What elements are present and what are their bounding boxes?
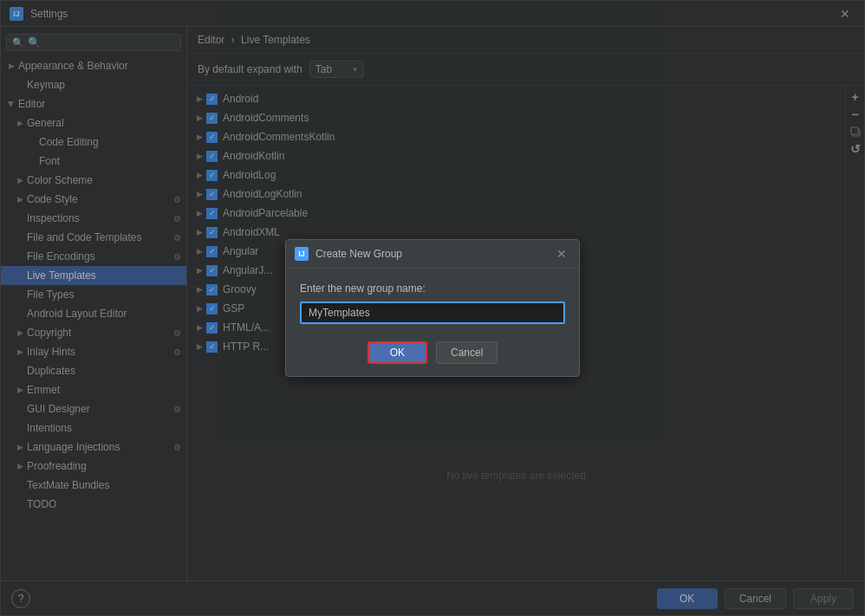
- dialog-cancel-button[interactable]: Cancel: [436, 341, 498, 364]
- dialog-close-button[interactable]: ✕: [553, 247, 570, 261]
- group-name-input[interactable]: [300, 302, 565, 324]
- dialog-body: Enter the new group name:: [286, 269, 579, 334]
- dialog-label: Enter the new group name:: [300, 282, 565, 295]
- dialog-icon: IJ: [295, 247, 309, 261]
- dialog-title: Create New Group: [315, 248, 553, 260]
- dialog-ok-button[interactable]: OK: [367, 341, 427, 364]
- create-group-dialog: IJ Create New Group ✕ Enter the new grou…: [285, 239, 580, 377]
- dialog-title-bar: IJ Create New Group ✕: [286, 240, 579, 269]
- dialog-overlay: IJ Create New Group ✕ Enter the new grou…: [0, 0, 865, 616]
- dialog-buttons: OK Cancel: [286, 334, 579, 376]
